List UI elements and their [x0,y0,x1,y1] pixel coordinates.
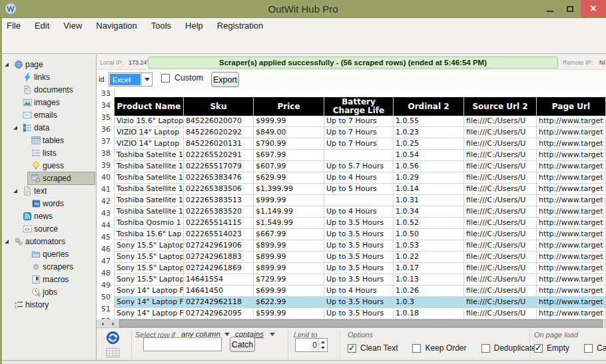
sidebar-item-news[interactable]: news [2,210,96,223]
menu-view[interactable]: View [63,21,82,31]
sidebar-item-page[interactable]: page [2,59,96,71]
checkbox-box[interactable] [584,344,593,353]
row-number[interactable]: 34 [101,101,111,110]
scroll-left-button-2[interactable]: ‹ [108,319,118,327]
sidebar-item-guess[interactable]: guess [2,160,96,172]
checkbox-catch[interactable]: Catch [584,343,606,353]
horizontal-scrollbar[interactable]: ‹ ‹ [97,319,606,327]
sidebar-item-queries[interactable]: queries [2,248,96,261]
row-number[interactable]: 38 [101,149,111,158]
checkbox-box[interactable] [412,344,421,353]
row-number[interactable]: 39 [101,161,111,170]
row-number[interactable]: 48 [101,269,111,277]
sidebar-item-text[interactable]: text [2,185,96,198]
expander-icon[interactable] [5,63,9,67]
minimize-button[interactable] [541,0,559,17]
table-row[interactable]: Sony 14" Laptop F027242962095$599.99Up t… [115,308,606,319]
table-row[interactable]: Toshiba Satellite 1022265383506$1,399.99… [115,184,606,195]
custom-checkbox-group[interactable]: Custom [161,73,203,83]
row-number[interactable]: 36 [101,125,111,134]
sidebar-item-images[interactable]: images [2,96,96,109]
column-header-source-url-2[interactable]: Source Url 2 [464,97,537,116]
sidebar-item-scrapers[interactable]: scrapers [2,261,96,273]
menu-registration[interactable]: Registration [217,21,263,31]
table-row[interactable]: Vizio 15.6" Laptop845226020070$999.99Up … [115,116,606,127]
table-row[interactable]: Sony 14" Laptop F14641450$699.99Up to 4 … [115,285,606,297]
sidebar-item-links[interactable]: links [2,71,96,84]
scroll-left-button[interactable]: ‹ [98,319,108,327]
table-row[interactable]: Toshiba Qosmio 1022265514115$1,549.99Up … [115,218,606,229]
custom-checkbox[interactable] [161,74,170,83]
auto-refresh-icon[interactable] [106,331,120,345]
export-format-select[interactable]: Excel [109,73,152,87]
sidebar-item-automators[interactable]: automators [2,236,96,248]
operator-dropdown-icon[interactable] [270,333,275,336]
maximize-button[interactable] [561,0,579,17]
row-number[interactable]: 50 [101,293,111,301]
row-filter-input[interactable] [143,337,222,351]
checkbox-deduplicate[interactable]: Deduplicate [481,343,536,353]
column-header-price[interactable]: Price [254,97,324,116]
menu-tools[interactable]: Tools [151,21,171,31]
expander-icon[interactable] [5,240,9,244]
grid-view-icon[interactable] [106,347,120,358]
spinner-up-icon[interactable] [321,341,325,343]
sidebar-item-documents[interactable]: documents [2,84,96,96]
row-number[interactable]: 43 [101,209,111,218]
row-number[interactable]: 44 [101,221,111,230]
sidebar-item-lists[interactable]: lists [2,147,96,160]
menu-help[interactable]: Help [185,21,203,31]
table-row[interactable]: VIZIO 14" Laptop845226020131$790.99Up to… [115,138,606,150]
checkbox-box[interactable] [481,344,490,353]
sidebar-item-emails[interactable]: emails [2,109,96,122]
row-number[interactable]: 51 [101,305,111,313]
sidebar-item-data[interactable]: data [2,122,96,134]
expander-icon[interactable] [13,189,17,193]
scrollbar-thumb[interactable] [119,319,603,327]
limit-spinner[interactable]: 0 [295,338,328,352]
row-number[interactable]: 49 [101,281,111,289]
sidebar-item-scraped[interactable]: scraped [2,172,96,185]
row-number[interactable]: 42 [101,197,111,206]
table-row[interactable]: Sony 15.5" Laptop027242961869$899.99Up t… [115,263,606,274]
column-header-sku[interactable]: Sku [184,97,254,116]
table-row[interactable]: VIZIO 14" Laptop845226020292$849.00Up to… [115,127,606,138]
row-number[interactable]: 41 [101,185,111,194]
row-number[interactable]: 37 [101,137,111,146]
column-dropdown-icon[interactable] [224,333,230,336]
sidebar-item-words[interactable]: Aawords [2,198,96,210]
row-number[interactable]: 46 [101,245,111,254]
expander-icon[interactable] [13,126,17,130]
row-number[interactable]: 40 [101,173,111,182]
menu-edit[interactable]: Edit [35,21,49,31]
row-number[interactable]: 33 [101,89,111,98]
table-row[interactable]: Toshiba 15.6" Lap022265514023$667.99Up t… [115,229,606,240]
column-header-page-url[interactable]: Page Url [537,97,606,116]
menu-navigation[interactable]: Navigation [96,21,137,31]
row-number[interactable]: 35 [101,113,111,122]
spinner-down-icon[interactable] [321,347,325,349]
sidebar-item-source[interactable]: <>source [2,223,96,236]
column-header-ordinal-2[interactable]: Ordinal 2 [394,97,464,116]
table-row[interactable]: Toshiba Satellite 1022265517079$607.99Up… [115,161,606,172]
sidebar-item-macros[interactable]: macros [2,273,96,286]
table-row[interactable]: Toshiba Satellite 1022265383520$1,149.99… [115,206,606,218]
checkbox-clean-text[interactable]: ✓Clean Text [348,343,398,353]
table-row[interactable]: Toshiba Satellite 1022265383513$999.991.… [115,195,606,206]
column-header-battery-charge-life[interactable]: Battery Charge Life [324,97,394,116]
table-row[interactable]: Toshiba Satellite 1022265520291$697.991.… [115,150,606,161]
sidebar-item-jobs[interactable]: jobs [2,286,96,299]
close-button[interactable]: × [581,0,606,17]
combo-dropdown-icon[interactable] [141,73,152,86]
sidebar-item-tables[interactable]: tables [2,134,96,147]
checkbox-box[interactable]: ✓ [348,344,356,353]
checkbox-box[interactable]: ✓ [534,344,543,353]
table-row[interactable]: Sony 15.5" Laptop14641554$729.99Up to 3.… [115,274,606,285]
table-row[interactable]: Sony 15.5" Laptop027242961883$899.99Up t… [115,252,606,263]
row-number[interactable]: 47 [101,257,111,266]
catch-button[interactable]: Catch [230,337,255,352]
row-number[interactable]: 45 [101,233,111,242]
table-row[interactable]: Toshiba Satellite 1022265383476$629.99Up… [115,172,606,184]
menu-file[interactable]: File [7,21,21,31]
table-row[interactable]: Sony 14" Laptop F027242962118$622.99Up t… [115,297,606,308]
